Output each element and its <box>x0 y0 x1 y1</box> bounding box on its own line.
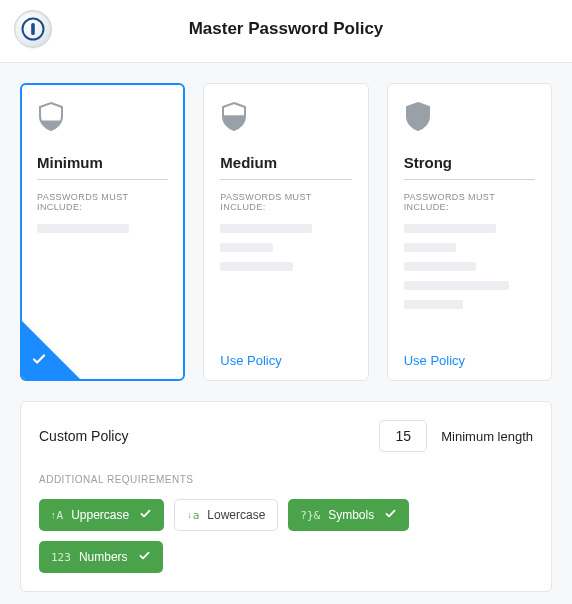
policy-card-title: Medium <box>220 154 351 180</box>
placeholder-line <box>220 262 292 271</box>
check-icon <box>139 507 152 523</box>
placeholder-line <box>404 224 496 233</box>
placeholder-line <box>404 262 476 271</box>
placeholder-line <box>220 243 273 252</box>
main-content: MinimumPASSWORDS MUST INCLUDE: MediumPAS… <box>0 63 572 604</box>
policy-card-subtext: PASSWORDS MUST INCLUDE: <box>220 192 351 212</box>
symbols-icon: ?}& <box>300 509 320 522</box>
policy-card-title: Minimum <box>37 154 168 180</box>
custom-policy-title: Custom Policy <box>39 428 128 444</box>
placeholder-line <box>404 300 463 309</box>
policy-placeholder-lines <box>220 224 351 271</box>
policy-card-subtext: PASSWORDS MUST INCLUDE: <box>37 192 168 212</box>
policy-placeholder-lines <box>37 224 168 233</box>
custom-policy-header-row: Custom Policy Minimum length <box>39 420 533 452</box>
shield-icon <box>404 100 535 136</box>
policy-cards-row: MinimumPASSWORDS MUST INCLUDE: MediumPAS… <box>20 83 552 381</box>
policy-card-strong[interactable]: StrongPASSWORDS MUST INCLUDE:Use Policy <box>387 83 552 381</box>
use-policy-link[interactable]: Use Policy <box>404 345 535 368</box>
placeholder-line <box>404 281 509 290</box>
policy-card-minimum[interactable]: MinimumPASSWORDS MUST INCLUDE: <box>20 83 185 381</box>
minimum-length-input[interactable] <box>379 420 427 452</box>
policy-card-medium[interactable]: MediumPASSWORDS MUST INCLUDE:Use Policy <box>203 83 368 381</box>
chip-label: Symbols <box>328 508 374 522</box>
chip-label: Numbers <box>79 550 128 564</box>
minimum-length-label: Minimum length <box>441 429 533 444</box>
header: Master Password Policy <box>0 0 572 63</box>
page-title: Master Password Policy <box>0 19 572 39</box>
check-icon <box>31 351 47 371</box>
lowercase-icon: ↓a <box>187 509 199 522</box>
check-icon <box>138 549 151 565</box>
use-policy-link[interactable]: Use Policy <box>220 345 351 368</box>
chip-label: Lowercase <box>207 508 265 522</box>
policy-placeholder-lines <box>404 224 535 309</box>
policy-card-title: Strong <box>404 154 535 180</box>
requirement-chip-uppercase[interactable]: ↑AUppercase <box>39 499 164 531</box>
uppercase-icon: ↑A <box>51 509 63 522</box>
requirement-chip-numbers[interactable]: 123Numbers <box>39 541 163 573</box>
shield-icon <box>220 100 351 136</box>
svg-rect-1 <box>31 23 35 35</box>
additional-requirements-label: ADDITIONAL REQUIREMENTS <box>39 474 533 485</box>
placeholder-line <box>220 224 312 233</box>
onepassword-icon <box>21 17 45 41</box>
placeholder-line <box>404 243 457 252</box>
placeholder-line <box>37 224 129 233</box>
custom-policy-panel: Custom Policy Minimum length ADDITIONAL … <box>20 401 552 592</box>
chip-label: Uppercase <box>71 508 129 522</box>
numbers-icon: 123 <box>51 551 71 564</box>
requirement-chip-lowercase[interactable]: ↓aLowercase <box>174 499 278 531</box>
requirement-chip-symbols[interactable]: ?}&Symbols <box>288 499 409 531</box>
check-icon <box>384 507 397 523</box>
app-logo <box>14 10 52 48</box>
requirement-chips: ↑AUppercase↓aLowercase?}&Symbols123Numbe… <box>39 499 533 573</box>
minimum-length-control: Minimum length <box>379 420 533 452</box>
policy-card-subtext: PASSWORDS MUST INCLUDE: <box>404 192 535 212</box>
shield-icon <box>37 100 168 136</box>
